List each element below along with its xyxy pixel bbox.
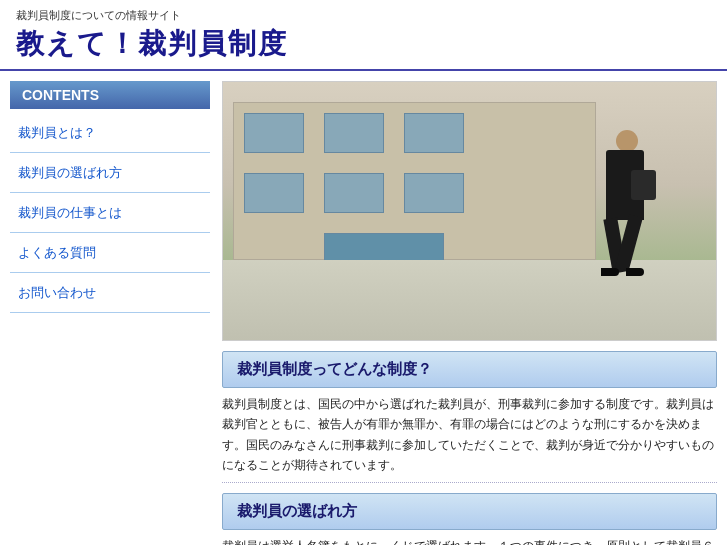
- sidebar-link-1[interactable]: 裁判員とは？: [18, 125, 96, 140]
- main-layout: CONTENTS 裁判員とは？ 裁判員の選ばれ方 裁判員の仕事とは よくある質問…: [0, 71, 727, 545]
- site-header: 裁判員制度についての情報サイト 教えて！裁判員制度: [0, 0, 727, 71]
- building-window-5: [324, 173, 384, 213]
- section-1-header: 裁判員制度ってどんな制度？: [222, 351, 717, 388]
- sidebar-item-5[interactable]: お問い合わせ: [10, 273, 210, 313]
- sidebar-item-2[interactable]: 裁判員の選ばれ方: [10, 153, 210, 193]
- person-shoe-right: [626, 268, 644, 276]
- sidebar-link-5[interactable]: お問い合わせ: [18, 285, 96, 300]
- sidebar-link-2[interactable]: 裁判員の選ばれ方: [18, 165, 122, 180]
- section-2-header: 裁判員の選ばれ方: [222, 493, 717, 530]
- hero-image: [222, 81, 717, 341]
- person-shoe-left: [601, 268, 619, 276]
- building-window-1: [244, 113, 304, 153]
- site-title: 教えて！裁判員制度: [16, 25, 711, 63]
- person-head: [616, 130, 638, 152]
- sidebar-link-3[interactable]: 裁判員の仕事とは: [18, 205, 122, 220]
- sidebar-item-1[interactable]: 裁判員とは？: [10, 113, 210, 153]
- section-2: 裁判員の選ばれ方 裁判員は選挙人名簿をもとに、くじで選ばれます。１つの事件につき…: [222, 493, 717, 545]
- building-wall: [233, 102, 596, 260]
- building-window-4: [244, 173, 304, 213]
- person-bag: [631, 170, 656, 200]
- person-silhouette: [596, 130, 656, 290]
- site-subtitle: 裁判員制度についての情報サイト: [16, 8, 711, 23]
- building-window-6: [404, 173, 464, 213]
- contents-header: CONTENTS: [10, 81, 210, 109]
- sidebar-item-4[interactable]: よくある質問: [10, 233, 210, 273]
- sidebar-item-3[interactable]: 裁判員の仕事とは: [10, 193, 210, 233]
- section-1: 裁判員制度ってどんな制度？ 裁判員制度とは、国民の中から選ばれた裁判員が、刑事裁…: [222, 351, 717, 483]
- sidebar-link-4[interactable]: よくある質問: [18, 245, 96, 260]
- building-window-3: [404, 113, 464, 153]
- sidebar: CONTENTS 裁判員とは？ 裁判員の選ばれ方 裁判員の仕事とは よくある質問…: [10, 81, 210, 545]
- content-area: 裁判員制度ってどんな制度？ 裁判員制度とは、国民の中から選ばれた裁判員が、刑事裁…: [222, 81, 717, 545]
- section-2-body: 裁判員は選挙人名簿をもとに、くじで選ばれます。１つの事件につき、原則として裁判員…: [222, 536, 717, 545]
- section-1-body: 裁判員制度とは、国民の中から選ばれた裁判員が、刑事裁判に参加する制度です。裁判員…: [222, 394, 717, 483]
- building-window-2: [324, 113, 384, 153]
